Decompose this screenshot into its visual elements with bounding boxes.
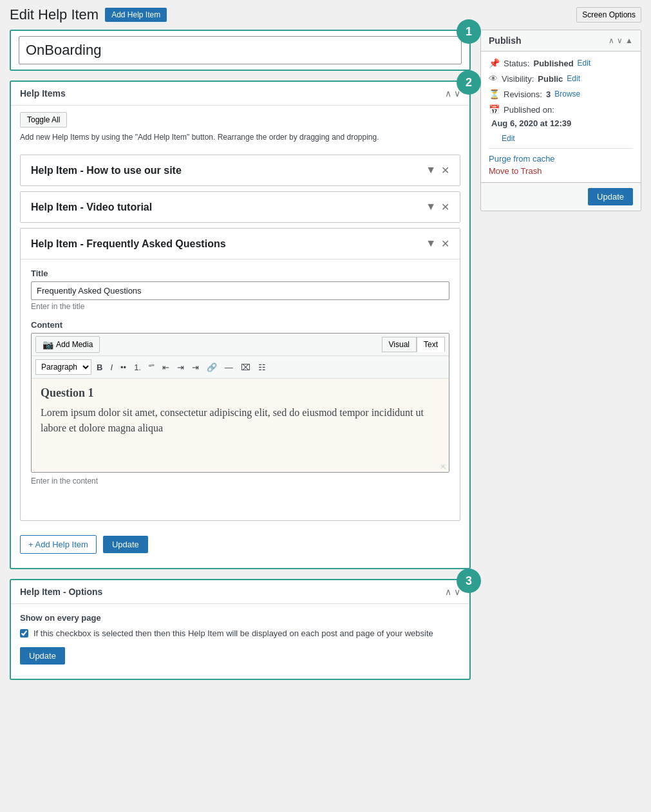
move-to-trash-link[interactable]: Move to Trash (489, 166, 542, 176)
published-value: Aug 6, 2020 at 12:39 (491, 118, 571, 128)
published-label: Published on: (504, 105, 554, 115)
update-button-main[interactable]: Update (103, 536, 148, 553)
editor-content-area[interactable]: Question 1 Lorem ipsum dolor sit amet, c… (32, 379, 449, 462)
options-header: Help Item - Options ∧ ∨ (11, 580, 469, 604)
publish-box: Publish ∧ ∨ ▲ 📌 Status: Published Edit (480, 30, 641, 211)
align-right-button[interactable]: ⇥ (189, 361, 202, 373)
add-media-label: Add Media (56, 340, 93, 349)
help-item-2-expand-icon[interactable]: ▼ (426, 201, 436, 213)
published-edit-link[interactable]: Edit (502, 134, 515, 143)
align-left-button[interactable]: ⇤ (160, 361, 172, 373)
help-item-row-1: Help Item - How to use our site ▼ ✕ (20, 155, 460, 186)
horizontal-rule-button[interactable]: ― (222, 361, 236, 373)
show-on-every-page-title: Show on every page (20, 613, 460, 623)
calendar-icon: 📅 (489, 104, 500, 115)
title-field-label: Title (31, 269, 449, 278)
help-items-title: Help Items (20, 88, 66, 99)
help-item-1-title: Help Item - How to use our site (31, 165, 182, 176)
help-item-2-remove-icon[interactable]: ✕ (441, 201, 449, 213)
purge-from-cache-link[interactable]: Purge from cache (489, 154, 633, 164)
update-button-publish[interactable]: Update (588, 188, 633, 205)
publish-box-title: Publish (489, 35, 522, 46)
publish-collapse-arrows[interactable]: ∧ ∨ ▲ (609, 36, 633, 45)
ordered-list-button[interactable]: 1. (131, 361, 144, 373)
add-help-item-top-button[interactable]: Add Help Item (105, 8, 167, 22)
blockquote-button[interactable]: “” (146, 361, 157, 373)
editor-resize-handle[interactable]: ⇱ (32, 462, 449, 472)
revisions-label: Revisions: (504, 90, 542, 99)
status-edit-link[interactable]: Edit (578, 59, 591, 68)
show-on-every-page-checkbox[interactable] (20, 629, 28, 637)
help-items-description: Add new Help Items by using the "Add Hel… (11, 127, 469, 149)
status-value: Published (533, 59, 573, 68)
editor-wrapper: 📷 Add Media Visual Text Parag (31, 333, 449, 473)
help-item-2-title: Help Item - Video tutorial (31, 202, 152, 213)
help-item-1-remove-icon[interactable]: ✕ (441, 164, 449, 176)
unordered-list-button[interactable]: •• (118, 361, 129, 373)
visibility-value: Public (538, 74, 563, 84)
tab-text[interactable]: Text (417, 337, 445, 352)
status-label: Status: (504, 59, 529, 68)
fullscreen-button[interactable]: ⌧ (238, 361, 253, 373)
checkbox-description: If this checkbox is selected then then t… (33, 628, 433, 639)
help-item-row-3: Help Item - Frequently Asked Questions ▼… (20, 228, 460, 521)
update-button-options[interactable]: Update (20, 647, 65, 665)
link-button[interactable]: 🔗 (204, 361, 220, 373)
options-title: Help Item - Options (20, 587, 102, 597)
screen-options-button[interactable]: Screen Options (576, 7, 641, 23)
visibility-edit-link[interactable]: Edit (567, 74, 580, 83)
visibility-icon: 👁 (489, 73, 498, 84)
add-media-icon: 📷 (42, 339, 53, 350)
align-center-button[interactable]: ⇥ (175, 361, 187, 373)
add-media-button[interactable]: 📷 Add Media (35, 336, 100, 353)
help-items-collapse-arrows[interactable]: ∧ ∨ (445, 88, 460, 99)
visibility-label: Visibility: (502, 74, 534, 84)
help-item-row-2: Help Item - Video tutorial ▼ ✕ (20, 191, 460, 223)
tab-visual[interactable]: Visual (382, 337, 417, 352)
add-help-item-button[interactable]: + Add Help Item (20, 535, 97, 554)
paragraph-select[interactable]: Paragraph Heading 1 Heading 2 (35, 359, 91, 375)
section-badge-2: 2 (457, 70, 481, 95)
italic-button[interactable]: I (108, 361, 115, 373)
help-item-3-title: Help Item - Frequently Asked Questions (31, 238, 226, 250)
help-items-header: Help Items ∧ ∨ (11, 82, 469, 106)
table-button[interactable]: ☷ (256, 361, 269, 373)
title-input[interactable] (19, 36, 462, 64)
editor-body: Lorem ipsum dolor sit amet, consectetur … (41, 405, 440, 436)
help-item-1-expand-icon[interactable]: ▼ (426, 164, 436, 176)
toggle-all-button[interactable]: Toggle All (20, 112, 67, 127)
content-field-label: Content (31, 320, 449, 330)
item-title-input[interactable] (31, 281, 449, 300)
status-icon: 📌 (489, 58, 500, 68)
content-placeholder: Enter in the content (31, 477, 449, 486)
revisions-value: 3 (546, 90, 551, 99)
section-badge-3: 3 (457, 569, 481, 593)
section-badge-1: 1 (457, 19, 481, 44)
editor-heading: Question 1 (41, 386, 440, 400)
item-title-placeholder: Enter in the title (31, 302, 449, 311)
revisions-icon: ⏳ (489, 89, 500, 99)
help-item-3-remove-icon[interactable]: ✕ (441, 238, 449, 250)
revisions-browse-link[interactable]: Browse (554, 90, 580, 99)
help-item-3-expand-icon[interactable]: ▼ (426, 238, 436, 250)
options-collapse-arrows[interactable]: ∧ ∨ (445, 587, 460, 597)
page-title: Edit Help Item (10, 6, 99, 23)
bold-button[interactable]: B (94, 361, 105, 373)
